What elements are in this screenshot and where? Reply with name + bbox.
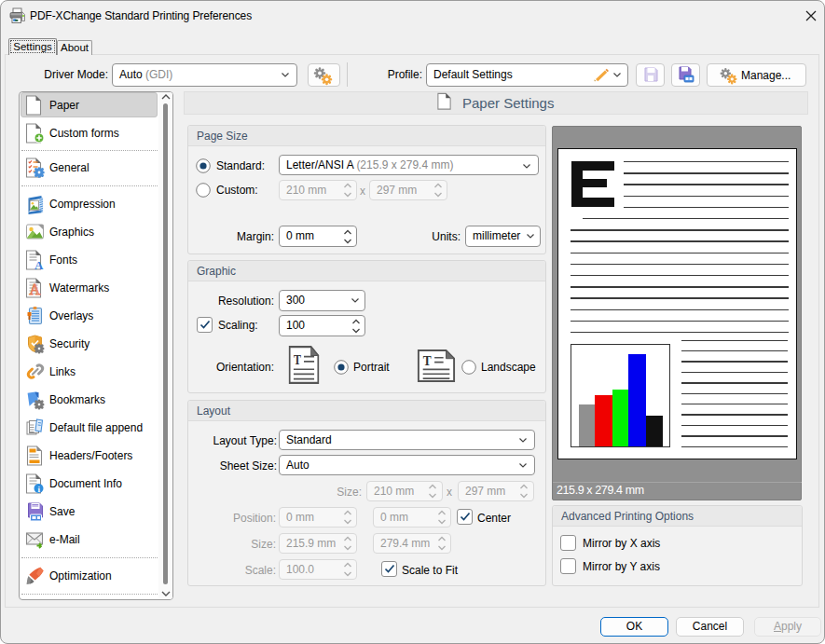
svg-text:T: T xyxy=(423,353,432,367)
svg-text:A: A xyxy=(30,281,41,297)
svg-text:T: T xyxy=(294,352,301,367)
svg-text:A: A xyxy=(34,258,44,272)
